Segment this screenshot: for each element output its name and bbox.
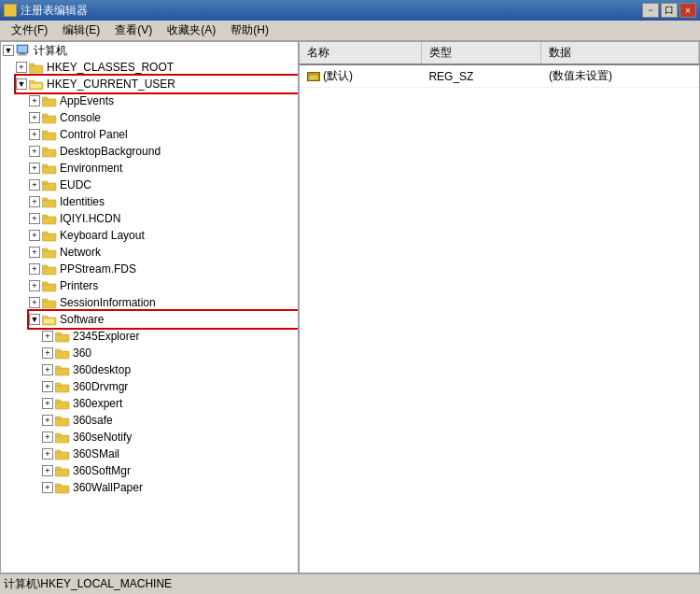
tree-item-appevents[interactable]: + AppEvents (29, 92, 298, 109)
folder-icon (42, 213, 57, 225)
col-data[interactable]: 数据 (541, 42, 699, 64)
expand-360smail[interactable]: + (42, 448, 53, 460)
minimize-button[interactable]: － (642, 3, 659, 18)
expand-360wallpaper[interactable]: + (42, 482, 53, 493)
registry-table: 名称 类型 数据 ab(默认) REG_SZ (数值未设置) (300, 42, 699, 88)
svg-rect-24 (42, 215, 48, 218)
tree-item-360softmgr[interactable]: + 360SoftMgr (42, 462, 298, 479)
tree-item-360expert[interactable]: + 360expert (42, 395, 298, 412)
360senotify-label: 360seNotify (73, 431, 132, 444)
tree-item-360smail[interactable]: + 360SMail (42, 446, 298, 462)
folder-icon (55, 331, 70, 343)
desktopbg-label: DesktopBackground (60, 145, 161, 158)
expand-360[interactable]: + (42, 347, 53, 359)
close-button[interactable]: × (679, 3, 696, 18)
svg-rect-39 (55, 332, 61, 335)
tree-item-network[interactable]: + Network (29, 244, 298, 261)
tree-item-console[interactable]: + Console (29, 109, 298, 126)
expand-network[interactable]: + (29, 247, 40, 258)
expand-keyboard[interactable]: + (29, 230, 40, 241)
tree-item-printers[interactable]: + Printers (29, 277, 298, 294)
computer-icon (16, 44, 31, 57)
tree-item-environment[interactable]: + Environment (29, 160, 298, 177)
folder-open-icon (29, 78, 44, 91)
expand-eudc[interactable]: + (29, 179, 40, 191)
status-text: 计算机\HKEY_LOCAL_MACHINE (4, 576, 172, 592)
tree-item-360drvmgr[interactable]: + 360Drvmgr (42, 378, 298, 395)
tree-panel[interactable]: ▼ 计算机 + HKEY_CLASSES_ROOT ▼ (1, 42, 300, 573)
expand-360softmgr[interactable]: + (42, 465, 53, 476)
expand-printers[interactable]: + (29, 280, 40, 291)
svg-rect-2 (20, 53, 25, 54)
expand-computer[interactable]: ▼ (3, 45, 14, 56)
expand-environment[interactable]: + (29, 163, 40, 174)
menu-edit[interactable]: 编辑(E) (55, 21, 107, 40)
expand-desktopbg[interactable]: + (29, 146, 40, 157)
tree-item-identities[interactable]: + Identities (29, 193, 298, 210)
svg-rect-7 (29, 80, 35, 83)
tree-item-360safe[interactable]: + 360safe (42, 412, 298, 429)
menu-bar: 文件(F) 编辑(E) 查看(V) 收藏夹(A) 帮助(H) (0, 21, 700, 41)
expand-console[interactable]: + (29, 112, 40, 123)
svg-rect-43 (55, 366, 61, 369)
tree-item-360wallpaper[interactable]: + 360WallPaper (42, 479, 298, 496)
expand-software[interactable]: ▼ (29, 314, 40, 325)
tree-item-hkcr[interactable]: + HKEY_CLASSES_ROOT (1, 59, 298, 76)
360safe-label: 360safe (73, 414, 113, 427)
folder-icon (55, 465, 70, 477)
right-panel[interactable]: 名称 类型 数据 ab(默认) REG_SZ (数值未设置) (300, 42, 699, 573)
expand-360safe[interactable]: + (42, 415, 53, 426)
expand-hkcu[interactable]: ▼ (16, 78, 27, 90)
expand-identities[interactable]: + (29, 196, 40, 207)
folder-icon (42, 163, 57, 175)
tree-item-eudc[interactable]: + EUDC (29, 177, 298, 193)
col-name[interactable]: 名称 (300, 42, 421, 64)
folder-icon (55, 398, 70, 410)
expand-360drvmgr[interactable]: + (42, 381, 53, 392)
tree-item-360[interactable]: + 360 (42, 345, 298, 361)
menu-view[interactable]: 查看(V) (107, 21, 160, 40)
folder-icon (42, 263, 57, 276)
expand-controlpanel[interactable]: + (29, 129, 40, 140)
tree-item-software[interactable]: ▼ Software (29, 311, 298, 328)
col-type[interactable]: 类型 (421, 42, 540, 64)
expand-360expert[interactable]: + (42, 398, 53, 409)
svg-rect-36 (42, 316, 48, 318)
tree-item-iqiyi[interactable]: + IQIYI.HCDN (29, 210, 298, 227)
svg-rect-5 (29, 64, 35, 66)
expand-ppstream[interactable]: + (29, 263, 40, 275)
menu-help[interactable]: 帮助(H) (223, 21, 276, 40)
network-label: Network (60, 246, 101, 259)
expand-360senotify[interactable]: + (42, 431, 53, 443)
expand-appevents[interactable]: + (29, 95, 40, 106)
tree-item-desktopbg[interactable]: + DesktopBackground (29, 143, 298, 160)
restore-button[interactable]: 口 (661, 3, 678, 18)
folder-icon (42, 196, 57, 208)
expand-sessioninfo[interactable]: + (29, 297, 40, 308)
svg-rect-20 (42, 181, 48, 184)
tree-item-controlpanel[interactable]: + Control Panel (29, 126, 298, 143)
menu-favorites[interactable]: 收藏夹(A) (160, 21, 223, 40)
main-content: ▼ 计算机 + HKEY_CLASSES_ROOT ▼ (0, 41, 700, 573)
tree-root-computer[interactable]: ▼ 计算机 (1, 42, 298, 59)
expand-2345explorer[interactable]: + (42, 331, 53, 342)
tree-item-keyboard[interactable]: + Keyboard Layout (29, 227, 298, 244)
expand-hkcr[interactable]: + (16, 62, 27, 73)
tree-item-360desktop[interactable]: + 360desktop (42, 361, 298, 378)
expand-iqiyi[interactable]: + (29, 213, 40, 224)
expand-360desktop[interactable]: + (42, 364, 53, 375)
tree-item-360senotify[interactable]: + 360seNotify (42, 429, 298, 446)
menu-file[interactable]: 文件(F) (4, 21, 55, 40)
tree-item-2345explorer[interactable]: + 2345Explorer (42, 328, 298, 345)
tree-item-hkcu[interactable]: ▼ HKEY_CURRENT_USER (16, 76, 298, 92)
folder-icon (42, 179, 57, 191)
row-type: REG_SZ (421, 64, 540, 88)
tree-item-sessioninfo[interactable]: + SessionInformation (29, 294, 298, 311)
svg-rect-34 (42, 299, 48, 302)
hkcu-container: ▼ HKEY_CURRENT_USER + AppEvents (1, 76, 298, 496)
tree-item-ppstream[interactable]: + PPStream.FDS (29, 261, 298, 277)
hkcu-children: + AppEvents + Console (16, 92, 298, 496)
hkcu-label: HKEY_CURRENT_USER (47, 78, 175, 91)
folder-icon (42, 280, 57, 292)
table-row[interactable]: ab(默认) REG_SZ (数值未设置) (300, 64, 699, 88)
